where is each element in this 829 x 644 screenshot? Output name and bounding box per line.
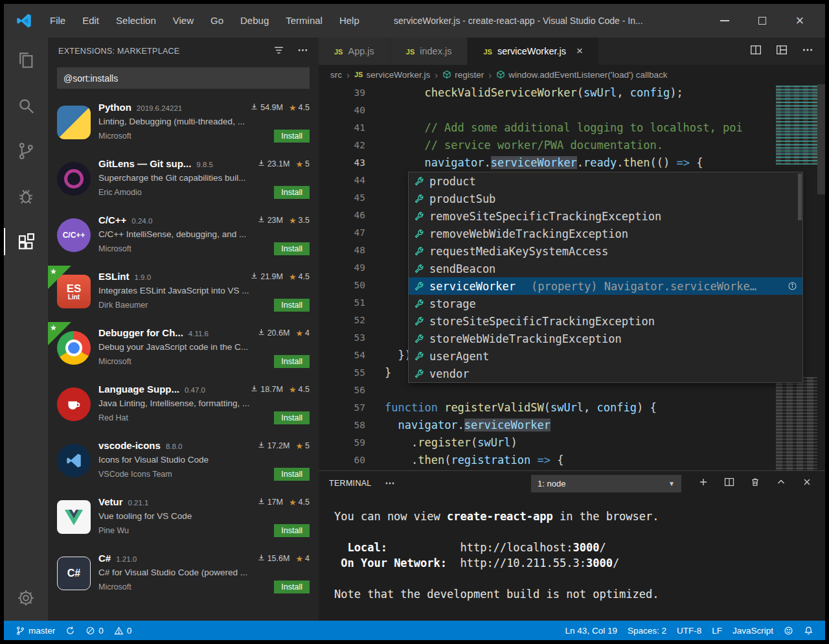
extension-item[interactable]: GitLens — Git sup... 9.8.5 23.1M ★5 Supe… — [48, 153, 319, 209]
tab-serviceworker-js[interactable]: JS serviceWorker.js × — [468, 38, 599, 65]
breadcrumb-item[interactable]: window.addEventListener('load') callback — [496, 70, 667, 80]
suggest-item[interactable]: userAgent — [409, 347, 802, 365]
activitybar-explorer-icon[interactable] — [4, 38, 48, 83]
menu-help[interactable]: Help — [331, 15, 368, 26]
menu-view[interactable]: View — [165, 15, 202, 26]
code-line[interactable]: 60 .then(registration => { — [319, 452, 825, 469]
extensions-search-input[interactable] — [63, 73, 303, 84]
scrollbar-thumb[interactable] — [817, 84, 825, 194]
install-button[interactable]: Install — [274, 581, 310, 593]
tab-app-js[interactable]: JS App.js — [319, 38, 391, 65]
suggest-scrollbar[interactable] — [798, 174, 802, 220]
extension-item[interactable]: Vetur 0.21.1 17M ★4.5 Vue tooling for VS… — [48, 491, 319, 547]
install-button[interactable]: Install — [274, 468, 310, 481]
extension-item[interactable]: ★ ESLint ESLint 1.9.0 21.9M ★4.5 Integra… — [48, 266, 319, 322]
tab-index-js[interactable]: JS index.js — [391, 38, 468, 65]
suggest-item[interactable]: storeWebWideTrackingException — [409, 330, 802, 347]
status-master[interactable]: master — [10, 621, 60, 640]
code-line[interactable]: 39 checkValidServiceWorker(swUrl, config… — [319, 84, 825, 102]
more-actions-icon[interactable] — [385, 478, 395, 489]
extension-item[interactable]: C/C++ C/C++ 0.24.0 23M ★3.5 C/C++ Intell… — [48, 209, 319, 266]
download-icon — [250, 102, 259, 113]
maximize-button[interactable] — [744, 4, 781, 38]
menu-go[interactable]: Go — [202, 15, 232, 26]
menu-debug[interactable]: Debug — [232, 15, 277, 26]
status-spaces-2[interactable]: Spaces: 2 — [622, 621, 672, 640]
menu-terminal[interactable]: Terminal — [277, 15, 331, 26]
extension-name: Vetur — [98, 496, 123, 507]
breadcrumb-item[interactable]: register — [442, 70, 484, 80]
activitybar-source-control-icon[interactable] — [4, 128, 48, 174]
suggest-item[interactable]: sendBeacon — [409, 260, 802, 277]
install-button[interactable]: Install — [274, 186, 310, 199]
suggest-item[interactable]: removeSiteSpecificTrackingException — [409, 207, 802, 225]
breadcrumb-item[interactable]: JS serviceWorker.js — [354, 70, 430, 80]
minimize-button[interactable] — [706, 4, 744, 38]
suggest-item[interactable]: product — [409, 172, 802, 190]
code-line[interactable]: 43 navigator.serviceWorker.ready.then(()… — [319, 154, 825, 172]
code-line[interactable]: 40 — [319, 102, 825, 119]
install-button[interactable]: Install — [274, 299, 310, 312]
extension-item[interactable]: vscode-icons 8.8.0 17.2M ★5 Icons for Vi… — [48, 435, 319, 491]
status-javascript[interactable]: JavaScript — [727, 621, 778, 640]
install-button[interactable]: Install — [274, 242, 310, 255]
status-ln-43-col-19[interactable]: Ln 43, Col 19 — [560, 621, 622, 640]
menu-selection[interactable]: Selection — [108, 15, 165, 26]
suggest-label: removeWebWideTrackingException — [429, 227, 628, 240]
new-terminal-icon[interactable] — [698, 477, 709, 490]
extension-item[interactable]: Python 2019.6.24221 54.9M ★4.5 Linting, … — [48, 97, 319, 153]
activitybar-search-icon[interactable] — [4, 83, 48, 128]
install-button[interactable]: Install — [274, 411, 310, 424]
maximize-panel-icon[interactable] — [776, 477, 786, 490]
split-terminal-icon[interactable] — [724, 477, 734, 490]
code-line[interactable]: 57 function registerValidSW(swUrl, confi… — [319, 399, 825, 417]
split-editor-icon[interactable] — [750, 44, 762, 58]
code-line[interactable]: 58 navigator.serviceWorker — [319, 417, 825, 434]
breadcrumb-item[interactable]: src — [330, 70, 342, 80]
status-lf[interactable]: LF — [707, 621, 727, 640]
install-button[interactable]: Install — [274, 130, 310, 143]
terminal-selector[interactable]: 1: node ▼ — [531, 475, 681, 492]
activitybar-settings-gear-icon[interactable] — [4, 575, 48, 621]
suggest-item[interactable]: requestMediaKeySystemAccess — [409, 242, 802, 260]
menu-file[interactable]: File — [41, 15, 74, 26]
code-line[interactable]: 41 // Add some additional logging to loc… — [319, 119, 825, 137]
status-0[interactable]: 0 — [109, 621, 137, 640]
editor-layout-icon[interactable] — [776, 44, 788, 58]
close-panel-icon[interactable] — [802, 477, 812, 490]
suggest-item[interactable]: storeSiteSpecificTrackingException — [409, 312, 802, 330]
property-icon — [414, 264, 424, 274]
code-line[interactable]: 56 — [319, 382, 825, 399]
filter-icon[interactable] — [273, 45, 284, 58]
install-button[interactable]: Install — [274, 355, 310, 368]
close-tab-icon[interactable]: × — [576, 45, 583, 58]
install-button[interactable]: Install — [274, 524, 310, 537]
menu-edit[interactable]: Edit — [74, 15, 108, 26]
activitybar-debug-icon[interactable] — [4, 174, 48, 219]
suggest-item[interactable]: serviceWorker (property) Navigator.servi… — [409, 277, 802, 295]
terminal-output[interactable]: You can now view create-react-app in the… — [319, 496, 825, 621]
status-utf-8[interactable]: UTF-8 — [672, 621, 707, 640]
suggest-item[interactable]: productSub — [409, 190, 802, 207]
status-0[interactable]: 0 — [80, 621, 109, 640]
extension-item[interactable]: ★ Debugger for Ch... 4.11.6 20.6M ★4 Deb… — [48, 322, 319, 378]
status-sync[interactable] — [60, 621, 80, 640]
info-icon[interactable] — [788, 281, 797, 291]
code-line[interactable]: 59 .register(swUrl) — [319, 434, 825, 452]
status-smiley[interactable] — [778, 621, 799, 640]
star-icon: ★ — [295, 328, 303, 338]
suggest-item[interactable]: vendor — [409, 365, 802, 382]
extension-item[interactable]: Language Supp... 0.47.0 18.7M ★4.5 Java … — [48, 378, 319, 435]
code-line[interactable]: 42 // service worker/PWA documentation. — [319, 137, 825, 154]
kill-terminal-icon[interactable] — [750, 477, 760, 490]
code-editor[interactable]: 39 checkValidServiceWorker(swUrl, config… — [319, 84, 825, 470]
more-actions-icon[interactable] — [802, 44, 813, 58]
status-bell[interactable] — [799, 621, 819, 640]
close-window-button[interactable]: × — [781, 4, 819, 38]
activitybar-extensions-icon[interactable] — [4, 219, 48, 264]
terminal-tab[interactable]: TERMINAL — [329, 479, 372, 488]
suggest-item[interactable]: removeWebWideTrackingException — [409, 225, 802, 242]
suggest-item[interactable]: storage — [409, 295, 802, 312]
extension-item[interactable]: C# C# 1.21.0 15.6M ★4 C# for Visual Stud… — [48, 547, 319, 604]
more-actions-icon[interactable] — [297, 45, 308, 58]
